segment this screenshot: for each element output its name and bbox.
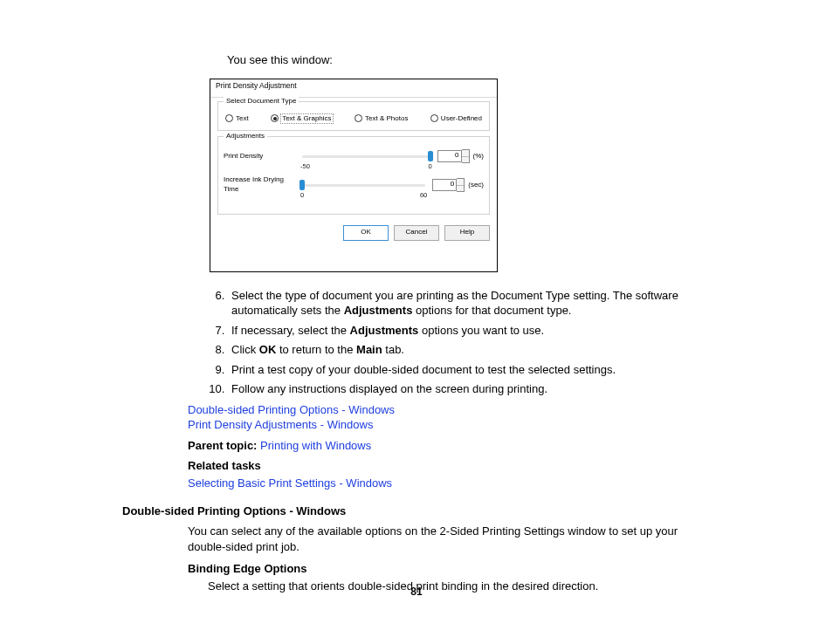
radio-text-graphics-label: Text & Graphics	[281, 114, 332, 124]
ok-button[interactable]: OK	[343, 225, 389, 241]
related-task-link[interactable]: Selecting Basic Print Settings - Windows	[188, 476, 392, 490]
slider2-max: 60	[420, 191, 427, 200]
section-heading: Double-sided Printing Options - Windows	[122, 504, 711, 519]
adjustments-group: Adjustments Print Density -50 0 0	[217, 136, 490, 215]
slider1-max: 0	[428, 162, 431, 171]
radio-icon	[225, 114, 233, 122]
slider-thumb-icon[interactable]	[299, 180, 305, 190]
instruction-list: Select the type of document you are prin…	[205, 288, 711, 397]
radio-icon	[271, 114, 279, 122]
dialog-titlebar: Print Density Adjustment	[210, 79, 497, 98]
step-9: Print a test copy of your double-sided d…	[228, 362, 711, 378]
radio-text-photos-label: Text & Photos	[365, 114, 408, 124]
step-10: Follow any instructions displayed on the…	[228, 381, 711, 397]
slider2-min: 0	[300, 191, 304, 200]
parent-topic-label: Parent topic:	[188, 439, 260, 452]
ink-drying-unit: (sec)	[468, 181, 484, 190]
radio-text-graphics[interactable]: Text & Graphics	[271, 114, 332, 124]
related-tasks-heading: Related tasks	[188, 458, 711, 474]
help-button[interactable]: Help	[444, 225, 490, 241]
stepper-arrows-icon[interactable]	[462, 149, 470, 163]
intro-text: You see this window:	[227, 52, 711, 68]
print-density-value[interactable]: 0	[437, 150, 462, 162]
link-print-density-adjustments[interactable]: Print Density Adjustments - Windows	[188, 418, 373, 431]
radio-text[interactable]: Text	[225, 114, 249, 124]
step-6: Select the type of document you are prin…	[228, 288, 711, 319]
document-type-group-label: Select Document Type	[224, 97, 299, 106]
slider-thumb-icon[interactable]	[428, 151, 433, 161]
adjustments-group-label: Adjustments	[224, 132, 267, 141]
radio-user-defined-label: User-Defined	[441, 114, 482, 124]
section-body: You can select any of the available opti…	[188, 524, 711, 554]
ink-drying-value[interactable]: 0	[432, 179, 457, 191]
radio-text-label: Text	[236, 114, 249, 124]
print-density-dialog: Print Density Adjustment Select Document…	[210, 79, 498, 272]
ink-drying-slider[interactable]: 0 60	[300, 181, 427, 189]
page-number: 81	[0, 585, 833, 599]
subsection-heading: Binding Edge Options	[188, 561, 711, 577]
link-double-sided-options[interactable]: Double-sided Printing Options - Windows	[188, 403, 395, 416]
stepper-arrows-icon[interactable]	[457, 178, 465, 192]
radio-icon	[430, 114, 438, 122]
cancel-button[interactable]: Cancel	[394, 225, 439, 241]
radio-icon	[355, 114, 362, 122]
print-density-slider[interactable]: -50 0	[300, 152, 432, 161]
ink-drying-label: Increase Ink Drying Time	[224, 175, 300, 195]
radio-user-defined[interactable]: User-Defined	[430, 114, 482, 124]
slider1-min: -50	[300, 162, 310, 171]
print-density-unit: (%)	[473, 152, 484, 161]
step-7: If necessary, select the Adjustments opt…	[228, 323, 711, 339]
step-8: Click OK to return to the Main tab.	[228, 342, 711, 358]
document-type-group: Select Document Type Text Text & Graphic…	[217, 101, 490, 132]
print-density-label: Print Density	[224, 152, 300, 161]
parent-topic-link[interactable]: Printing with Windows	[260, 439, 371, 452]
radio-text-photos[interactable]: Text & Photos	[355, 114, 408, 124]
